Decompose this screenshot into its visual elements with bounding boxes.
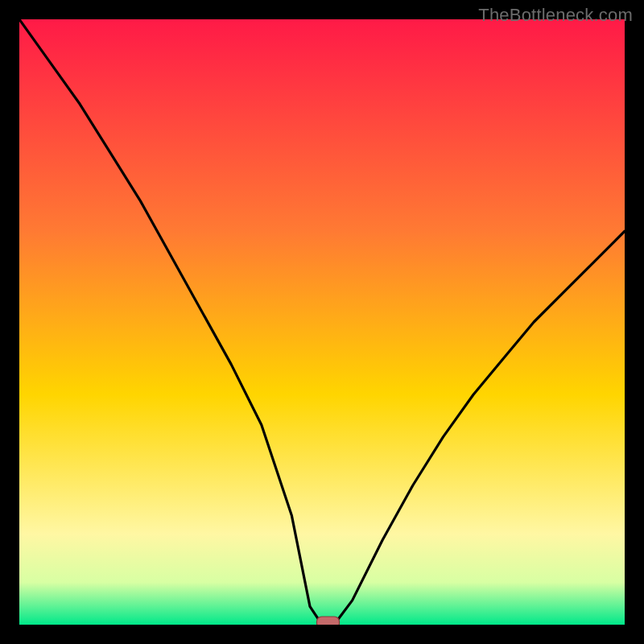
minimum-marker xyxy=(317,617,340,625)
plot-svg xyxy=(19,19,625,625)
chart-frame: TheBottleneck.com xyxy=(0,0,644,644)
watermark-text: TheBottleneck.com xyxy=(478,5,633,26)
plot-area xyxy=(19,19,625,625)
